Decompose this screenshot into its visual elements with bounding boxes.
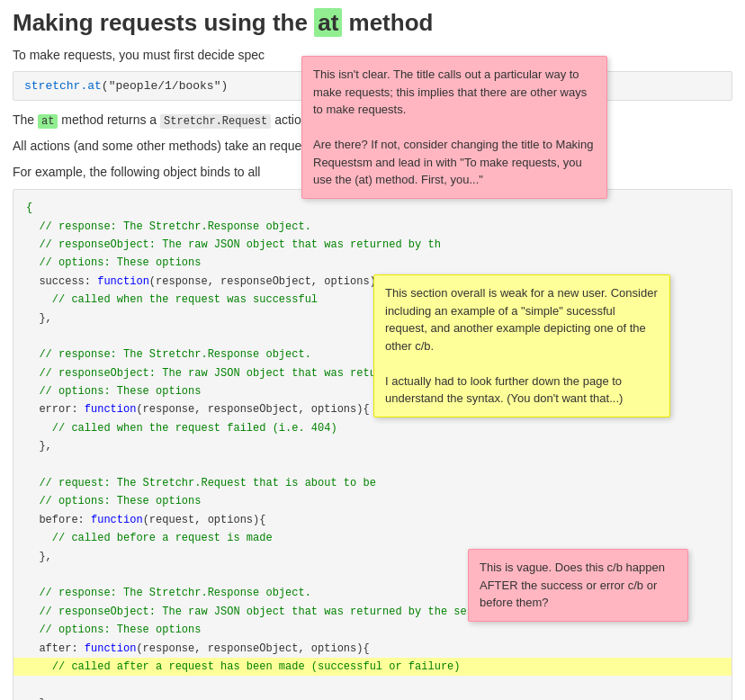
title-highlight: at xyxy=(314,8,342,37)
annotation-3: This is vague. Does this c/b happen AFTE… xyxy=(468,549,688,622)
title-suffix: method xyxy=(342,9,433,36)
annotation-1: This isn't clear. The title calls out a … xyxy=(301,56,607,199)
page-title: Making requests using the at method xyxy=(13,9,732,37)
annotation-2: This section overall is weak for a new u… xyxy=(373,274,670,417)
title-prefix: Making requests using the xyxy=(13,9,314,36)
code-area: { // response: The Stretchr.Response obj… xyxy=(13,189,732,700)
page-container: Making requests using the at method To m… xyxy=(0,0,745,700)
